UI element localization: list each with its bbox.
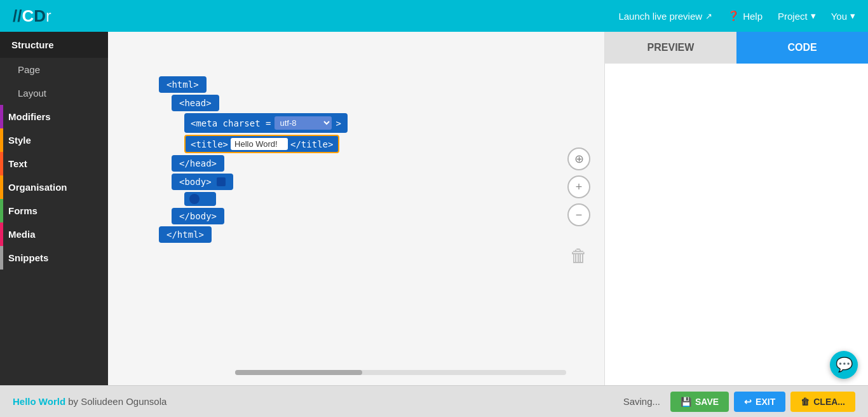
trash-icon: 🗑 <box>570 245 588 266</box>
html-close-row: </html> <box>159 226 348 243</box>
body-open-row: <body> <box>172 174 348 190</box>
project-label: Project <box>778 11 808 22</box>
html-close-label: </html> <box>166 229 204 240</box>
zoom-in-btn[interactable]: + <box>567 175 590 198</box>
title-input[interactable] <box>231 138 288 150</box>
tab-code-label: CODE <box>787 42 817 53</box>
head-open-label: <head> <box>179 98 212 108</box>
panel-content <box>605 64 868 385</box>
body-puzzle-piece <box>217 177 226 186</box>
chat-bubble-button[interactable]: 💬 <box>830 351 858 379</box>
logo: //CDr <box>13 6 51 26</box>
sidebar-item-modifiers[interactable]: Modifiers <box>0 105 108 128</box>
you-label: You <box>831 11 847 22</box>
footer-status: Saving... <box>623 396 660 407</box>
modifiers-label: Modifiers <box>8 111 51 122</box>
body-close-row: </body> <box>172 208 348 224</box>
footer-title: Hello World by Soliudeen Ogunsola <box>13 396 166 407</box>
tab-preview-label: PREVIEW <box>648 42 695 53</box>
logo-slash: // <box>13 6 22 25</box>
body-close-block[interactable]: </body> <box>172 208 224 224</box>
footer-project-name: Hello World <box>13 396 65 407</box>
save-icon: 💾 <box>681 397 691 407</box>
save-button[interactable]: 💾 SAVE <box>670 392 729 412</box>
body-close-label: </body> <box>179 211 217 221</box>
launch-preview-link[interactable]: Launch live preview ↗ <box>618 11 712 22</box>
save-label: SAVE <box>695 397 719 407</box>
clear-label: CLEA... <box>813 397 845 407</box>
sidebar-item-media[interactable]: Media <box>0 222 108 246</box>
body-open-label: <body> <box>179 177 212 187</box>
footer-author-text: by Soliudeen Ogunsola <box>68 396 166 407</box>
sidebar-item-snippets[interactable]: Snippets <box>0 246 108 270</box>
help-icon: ❓ <box>728 10 740 22</box>
canvas-scrollbar-thumb[interactable] <box>235 370 362 375</box>
minus-icon: − <box>576 208 583 222</box>
sidebar-item-page[interactable]: Page <box>0 58 108 81</box>
block-tree: <html> <head> <meta charset = utf-8 iso-… <box>159 76 348 245</box>
nav-links: Launch live preview ↗ ❓ Help Project ▾ Y… <box>618 10 855 22</box>
chevron-down-icon-2: ▾ <box>850 10 855 22</box>
center-btn[interactable]: ⊕ <box>567 147 590 170</box>
canvas-area[interactable]: <html> <head> <meta charset = utf-8 iso-… <box>108 32 604 385</box>
logo-c: C <box>22 6 34 25</box>
canvas-controls: ⊕ + − 🗑 <box>566 147 592 270</box>
head-open-row: <head> <box>172 95 348 111</box>
sidebar-item-text[interactable]: Text <box>0 152 108 175</box>
meta-row: <meta charset = utf-8 iso-8859-1 utf-16 … <box>184 113 348 133</box>
head-open-block[interactable]: <head> <box>172 95 219 111</box>
title-block[interactable]: <title> </title> <box>184 135 339 153</box>
sidebar-item-organisation[interactable]: Organisation <box>0 175 108 199</box>
top-nav: //CDr Launch live preview ↗ ❓ Help Proje… <box>0 0 868 32</box>
html-open-row: <html> <box>159 76 348 93</box>
style-label: Style <box>8 135 31 146</box>
exit-label: EXIT <box>756 397 775 407</box>
sidebar-structure-header: Structure <box>0 32 108 58</box>
meta-label: <meta charset = <box>191 118 271 128</box>
html-close-block[interactable]: </html> <box>159 226 212 243</box>
snippets-label: Snippets <box>8 252 48 263</box>
html-open-block[interactable]: <html> <box>159 76 207 93</box>
tab-preview[interactable]: PREVIEW <box>605 32 736 64</box>
media-label: Media <box>8 229 36 240</box>
sidebar-item-layout[interactable]: Layout <box>0 81 108 105</box>
you-link[interactable]: You ▾ <box>831 10 855 22</box>
clear-icon: 🗑 <box>801 397 810 407</box>
body-inner-row <box>184 192 348 206</box>
exit-button[interactable]: ↩ EXIT <box>734 392 785 412</box>
meta-block[interactable]: <meta charset = utf-8 iso-8859-1 utf-16 … <box>184 113 348 133</box>
head-close-block[interactable]: </head> <box>172 155 224 172</box>
main-area: Structure Page Layout Modifiers Style Te… <box>0 32 868 385</box>
help-label: Help <box>743 11 763 22</box>
html-open-label: <html> <box>166 79 199 90</box>
chat-icon: 💬 <box>836 357 853 373</box>
head-close-row: </head> <box>172 155 348 172</box>
panel-tabs: PREVIEW CODE <box>605 32 868 64</box>
title-open-label: <title> <box>191 139 228 149</box>
title-row: <title> </title> <box>184 135 348 153</box>
forms-label: Forms <box>8 205 37 216</box>
project-link[interactable]: Project ▾ <box>778 10 816 22</box>
canvas-scrollbar[interactable] <box>235 370 566 375</box>
meta-charset-select[interactable]: utf-8 iso-8859-1 utf-16 <box>275 116 332 130</box>
title-close-label: </title> <box>290 139 333 149</box>
logo-r: r <box>46 6 51 25</box>
body-inner-shape <box>189 194 200 204</box>
right-panel: PREVIEW CODE <box>604 32 868 385</box>
help-link[interactable]: ❓ Help <box>728 10 763 22</box>
launch-preview-label: Launch live preview <box>618 11 702 22</box>
head-close-label: </head> <box>179 158 217 168</box>
footer-buttons: 💾 SAVE ↩ EXIT 🗑 CLEA... <box>670 392 855 412</box>
body-open-block[interactable]: <body> <box>172 174 233 190</box>
center-icon: ⊕ <box>574 152 584 166</box>
zoom-out-btn[interactable]: − <box>567 203 590 226</box>
tab-code[interactable]: CODE <box>736 32 868 64</box>
trash-btn[interactable]: 🗑 <box>566 242 592 270</box>
organisation-label: Organisation <box>8 182 67 193</box>
chevron-down-icon: ▾ <box>811 10 816 22</box>
sidebar-item-style[interactable]: Style <box>0 128 108 152</box>
clear-button[interactable]: 🗑 CLEA... <box>790 392 855 412</box>
footer: Hello World by Soliudeen Ogunsola Saving… <box>0 385 868 417</box>
sidebar-item-forms[interactable]: Forms <box>0 199 108 222</box>
body-inner-block <box>184 192 216 206</box>
